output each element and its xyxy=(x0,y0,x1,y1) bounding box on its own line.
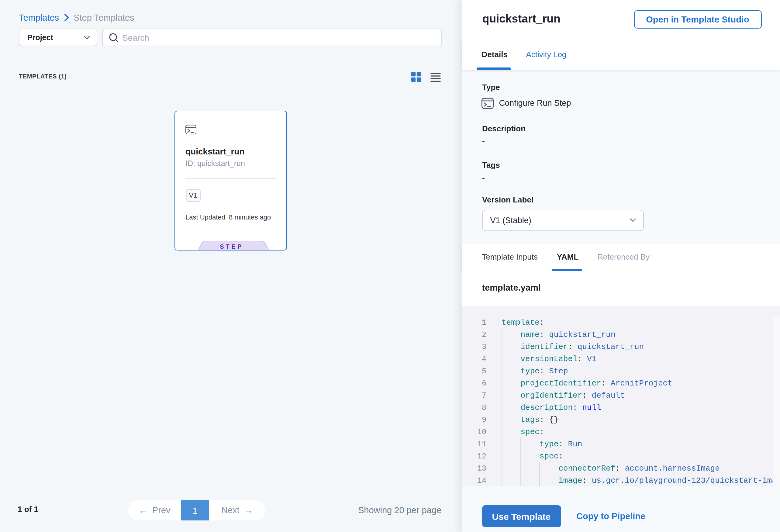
svg-text:STEP: STEP xyxy=(220,243,243,250)
